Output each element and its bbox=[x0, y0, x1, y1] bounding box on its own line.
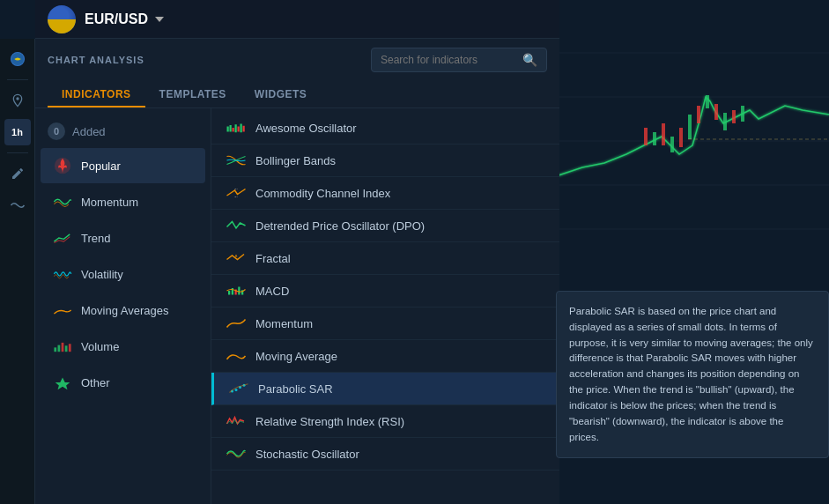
content-area: 0 Added Popular bbox=[35, 108, 559, 504]
moving-averages-label: Moving Averages bbox=[81, 304, 169, 317]
svg-rect-10 bbox=[688, 115, 692, 139]
svg-rect-32 bbox=[241, 124, 242, 133]
added-label: Added bbox=[72, 125, 106, 138]
svg-point-41 bbox=[235, 389, 238, 391]
indicator-dpo[interactable]: Detrended Price Oscillator (DPO) bbox=[211, 210, 559, 242]
trend-icon bbox=[53, 228, 72, 248]
rsi-label: Relative Strength Index (RSI) bbox=[255, 415, 404, 428]
svg-rect-35 bbox=[228, 291, 230, 295]
chart-analysis-label: CHART ANALYSIS bbox=[48, 55, 144, 65]
awesome-oscillator-icon bbox=[226, 120, 247, 136]
draw-button[interactable] bbox=[4, 160, 31, 187]
flag-button[interactable] bbox=[4, 46, 31, 72]
toolbar-divider-2 bbox=[7, 152, 28, 153]
svg-rect-11 bbox=[697, 106, 700, 123]
momentum-icon bbox=[53, 192, 72, 211]
svg-rect-14 bbox=[723, 113, 727, 130]
indicator-awesome-oscillator[interactable]: Awesome Oscillator bbox=[211, 112, 559, 145]
toolbar-divider-1 bbox=[7, 79, 28, 80]
indicator-parabolic-sar[interactable]: Parabolic SAR bbox=[211, 373, 559, 405]
search-icon: 🔍 bbox=[522, 53, 537, 67]
indicators-list: Awesome Oscillator Bollinger Bands bbox=[211, 108, 559, 504]
indicator-cci[interactable]: Commodity Channel Index bbox=[211, 177, 559, 210]
svg-rect-29 bbox=[233, 128, 234, 132]
sidebar-item-volatility[interactable]: Volatility bbox=[41, 256, 205, 292]
svg-marker-26 bbox=[56, 378, 70, 390]
rsi-icon bbox=[226, 413, 247, 429]
stochastic-icon bbox=[226, 446, 247, 462]
macd-icon bbox=[226, 283, 247, 299]
main-panel: EUR/USD CHART ANALYSIS 🔍 INDICATORS TEMP… bbox=[35, 0, 559, 504]
sidebar-item-volume[interactable]: Volume bbox=[41, 329, 205, 364]
tab-templates[interactable]: TEMPLATES bbox=[145, 83, 241, 107]
fractal-icon bbox=[226, 250, 247, 266]
svg-rect-25 bbox=[69, 344, 71, 352]
svg-rect-16 bbox=[741, 106, 744, 122]
timeframe-button[interactable]: 1h bbox=[4, 119, 31, 145]
svg-rect-27 bbox=[227, 127, 229, 132]
moving-average-label: Moving Average bbox=[255, 350, 337, 363]
moving-average-icon bbox=[226, 348, 247, 364]
bollinger-bands-icon bbox=[226, 152, 247, 168]
currency-title[interactable]: EUR/USD bbox=[85, 11, 164, 27]
svg-rect-30 bbox=[235, 124, 237, 132]
search-bar[interactable]: 🔍 bbox=[371, 48, 547, 72]
svg-rect-28 bbox=[230, 125, 232, 132]
svg-rect-21 bbox=[54, 347, 56, 352]
popular-icon bbox=[53, 156, 72, 175]
indicator-moving-average[interactable]: Moving Average bbox=[211, 340, 559, 373]
sidebar-item-trend[interactable]: Trend bbox=[41, 220, 205, 256]
volume-label: Volume bbox=[81, 340, 119, 353]
wave-button[interactable] bbox=[4, 192, 31, 219]
parabolic-sar-tooltip: Parabolic SAR is based on the price char… bbox=[556, 291, 829, 458]
sidebar-item-popular[interactable]: Popular bbox=[41, 148, 205, 183]
tab-indicators[interactable]: INDICATORS bbox=[48, 83, 145, 107]
svg-marker-34 bbox=[235, 255, 238, 257]
popular-label: Popular bbox=[81, 159, 121, 173]
awesome-oscillator-label: Awesome Oscillator bbox=[255, 122, 357, 135]
cci-label: Commodity Channel Index bbox=[255, 187, 390, 200]
sidebar-item-other[interactable]: Other bbox=[41, 365, 205, 400]
added-badge: 0 bbox=[48, 122, 65, 140]
moving-averages-icon bbox=[53, 300, 72, 320]
tab-widgets[interactable]: WIDGETS bbox=[241, 83, 322, 107]
search-input[interactable] bbox=[381, 54, 522, 66]
trend-label: Trend bbox=[81, 232, 110, 245]
pin-button[interactable] bbox=[4, 87, 31, 114]
svg-rect-13 bbox=[714, 104, 718, 120]
dpo-icon bbox=[226, 218, 247, 233]
price-chart bbox=[556, 0, 829, 291]
volatility-icon bbox=[53, 264, 72, 284]
momentum-ind-label: Momentum bbox=[255, 317, 313, 330]
sidebar-item-momentum[interactable]: Momentum bbox=[41, 184, 205, 219]
macd-label: MACD bbox=[255, 285, 289, 298]
svg-rect-38 bbox=[238, 287, 240, 295]
volume-icon bbox=[53, 337, 72, 356]
categories-sidebar: 0 Added Popular bbox=[35, 108, 211, 504]
currency-pair: EUR/USD bbox=[85, 11, 148, 27]
svg-rect-15 bbox=[732, 110, 736, 123]
stochastic-label: Stochastic Oscillator bbox=[255, 448, 359, 461]
svg-rect-5 bbox=[644, 128, 648, 145]
tooltip-text: Parabolic SAR is based on the price char… bbox=[569, 306, 813, 442]
svg-rect-31 bbox=[238, 127, 240, 132]
cci-icon bbox=[226, 185, 247, 201]
momentum-label: Momentum bbox=[81, 196, 138, 209]
currency-flag bbox=[48, 5, 76, 33]
other-icon bbox=[53, 373, 72, 392]
indicator-stochastic[interactable]: Stochastic Oscillator bbox=[211, 438, 559, 471]
sidebar-item-moving-averages[interactable]: Moving Averages bbox=[41, 293, 205, 328]
volatility-label: Volatility bbox=[81, 268, 123, 281]
svg-point-19 bbox=[16, 97, 19, 100]
svg-rect-12 bbox=[706, 95, 709, 108]
indicator-bollinger-bands[interactable]: Bollinger Bands bbox=[211, 145, 559, 177]
tabs-bar: INDICATORS TEMPLATES WIDGETS bbox=[35, 83, 559, 108]
indicator-macd[interactable]: MACD bbox=[211, 275, 559, 308]
indicator-momentum[interactable]: Momentum bbox=[211, 308, 559, 340]
indicator-fractal[interactable]: Fractal bbox=[211, 242, 559, 275]
svg-rect-22 bbox=[58, 345, 61, 352]
indicator-rsi[interactable]: Relative Strength Index (RSI) bbox=[211, 405, 559, 438]
svg-rect-8 bbox=[670, 137, 674, 152]
added-item: 0 Added bbox=[35, 115, 211, 147]
left-toolbar: 1h bbox=[0, 39, 35, 504]
